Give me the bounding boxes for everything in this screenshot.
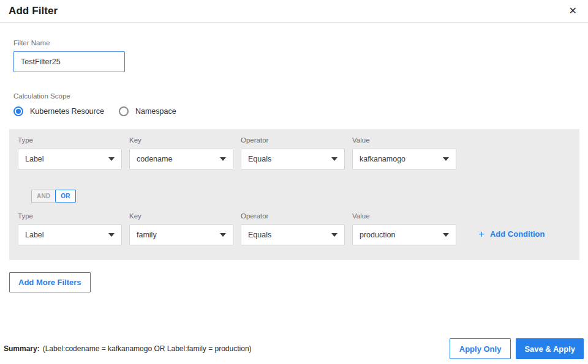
condition-field-type: Type Label	[18, 136, 122, 169]
calculation-scope-options: Kubernetes Resource Namespace	[13, 106, 588, 116]
operator-select-value: Equals	[248, 231, 271, 239]
key-label: Key	[129, 136, 233, 144]
add-condition-button[interactable]: + Add Condition	[478, 229, 545, 239]
key-label: Key	[129, 212, 233, 220]
radio-selected-icon	[13, 106, 23, 116]
value-select-value: production	[360, 231, 395, 239]
condition-field-key: Key family	[129, 212, 233, 245]
and-toggle-button[interactable]: AND	[31, 190, 56, 202]
filter-name-input[interactable]	[13, 51, 125, 72]
radio-option-label: Kubernetes Resource	[30, 107, 104, 116]
summary: Summary:(Label:codename = kafkanamogo OR…	[4, 344, 252, 353]
operator-label: Operator	[241, 136, 345, 144]
condition-field-operator: Operator Equals	[241, 136, 345, 169]
key-select-value: family	[137, 231, 157, 239]
add-more-filters-button[interactable]: Add More Filters	[9, 272, 91, 292]
condition-field-value: Value production	[352, 212, 456, 245]
logic-toggle: AND OR	[31, 190, 76, 202]
radio-option-kubernetes-resource[interactable]: Kubernetes Resource	[13, 106, 104, 116]
condition-row-1: Type Label Key codename Operator Equals	[18, 136, 579, 169]
key-select[interactable]: codename	[129, 149, 233, 169]
type-select[interactable]: Label	[18, 225, 122, 245]
operator-select-value: Equals	[248, 155, 271, 163]
summary-label: Summary:	[4, 344, 40, 353]
chevron-down-icon	[220, 157, 226, 161]
value-label: Value	[352, 212, 456, 220]
close-icon: ✕	[569, 6, 577, 16]
chevron-down-icon	[108, 157, 115, 161]
key-select-value: codename	[137, 155, 172, 163]
conditions-panel: Type Label Key codename Operator Equals	[9, 129, 579, 260]
radio-option-label: Namespace	[135, 107, 176, 116]
condition-row-2: Type Label Key family Operator Equals	[18, 212, 579, 245]
condition-field-type: Type Label	[18, 212, 122, 245]
type-label: Type	[18, 212, 122, 220]
value-select[interactable]: kafkanamogo	[352, 149, 456, 169]
close-button[interactable]: ✕	[567, 5, 579, 17]
apply-only-button[interactable]: Apply Only	[450, 338, 511, 359]
modal-content: Filter Name Calculation Scope Kubernetes…	[0, 39, 588, 116]
modal-footer: Summary:(Label:codename = kafkanamogo OR…	[0, 338, 588, 359]
operator-label: Operator	[241, 212, 345, 220]
chevron-down-icon	[331, 157, 337, 161]
calculation-scope-label: Calculation Scope	[13, 92, 588, 100]
key-select[interactable]: family	[129, 225, 233, 245]
save-and-apply-button[interactable]: Save & Apply	[516, 338, 584, 359]
condition-field-value: Value kafkanamogo	[352, 136, 456, 169]
type-select-value: Label	[25, 155, 44, 163]
value-label: Value	[352, 136, 456, 144]
chevron-down-icon	[443, 233, 449, 237]
type-label: Type	[18, 136, 122, 144]
radio-option-namespace[interactable]: Namespace	[119, 106, 176, 116]
or-toggle-button[interactable]: OR	[55, 190, 75, 202]
footer-buttons: Apply Only Save & Apply	[450, 338, 584, 359]
chevron-down-icon	[331, 233, 337, 237]
add-condition-label: Add Condition	[490, 229, 545, 239]
plus-icon: +	[478, 229, 484, 239]
page-title: Add Filter	[9, 5, 58, 17]
summary-text: (Label:codename = kafkanamogo OR Label:f…	[43, 344, 252, 353]
condition-field-key: Key codename	[129, 136, 233, 169]
radio-unselected-icon	[119, 106, 129, 116]
type-select[interactable]: Label	[18, 149, 122, 169]
operator-select[interactable]: Equals	[241, 149, 345, 169]
operator-select[interactable]: Equals	[241, 225, 345, 245]
type-select-value: Label	[25, 231, 44, 239]
modal-header: Add Filter ✕	[0, 0, 588, 23]
chevron-down-icon	[220, 233, 226, 237]
filter-name-label: Filter Name	[13, 39, 588, 46]
add-filter-modal: Add Filter ✕ Filter Name Calculation Sco…	[0, 0, 588, 364]
chevron-down-icon	[108, 233, 115, 237]
chevron-down-icon	[443, 157, 449, 161]
value-select[interactable]: production	[352, 225, 456, 245]
condition-field-operator: Operator Equals	[241, 212, 345, 245]
value-select-value: kafkanamogo	[360, 155, 405, 163]
